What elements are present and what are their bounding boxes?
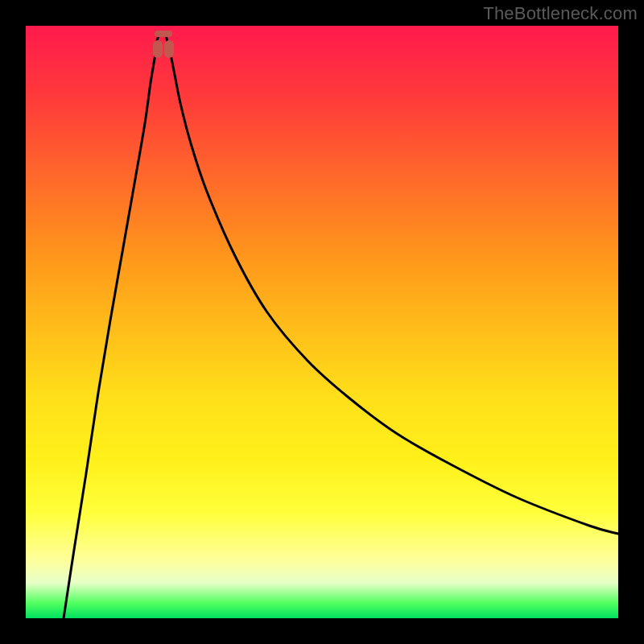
frame-left xyxy=(0,0,26,644)
frame-right xyxy=(618,0,644,644)
plot-area xyxy=(26,26,618,618)
chart-stage: TheBottleneck.com xyxy=(0,0,644,644)
foot-left xyxy=(153,40,163,58)
valley-marker xyxy=(153,31,174,58)
curve-layer xyxy=(26,26,618,618)
foot-bridge xyxy=(155,31,172,37)
bottleneck-curve xyxy=(64,31,618,618)
watermark-text: TheBottleneck.com xyxy=(483,3,638,24)
frame-bottom xyxy=(0,618,644,644)
foot-right xyxy=(164,40,174,58)
